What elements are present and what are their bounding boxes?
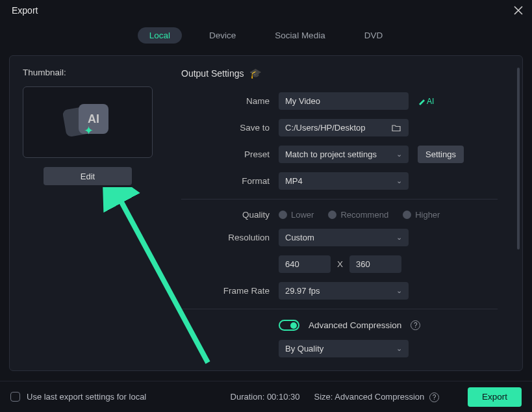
size-readout: Size: Advanced Compression ? — [314, 392, 439, 402]
chevron-down-icon: ⌄ — [396, 287, 402, 295]
chevron-down-icon: ⌄ — [396, 150, 402, 159]
saveto-input[interactable] — [279, 119, 409, 136]
preset-settings-button[interactable]: Settings — [418, 146, 464, 163]
help-icon[interactable]: ? — [429, 393, 439, 402]
tab-device[interactable]: Device — [197, 27, 247, 44]
tab-local[interactable]: Local — [138, 27, 182, 44]
format-label: Format — [181, 176, 279, 186]
chevron-down-icon: ⌄ — [396, 233, 402, 242]
quality-lower-radio[interactable]: Lower — [279, 210, 314, 220]
divider — [181, 309, 498, 309]
name-label: Name — [181, 96, 279, 106]
close-icon[interactable] — [514, 6, 523, 15]
tutorial-icon[interactable]: 🎓 — [249, 68, 262, 79]
chevron-down-icon: ⌄ — [396, 344, 402, 353]
name-input[interactable] — [279, 92, 409, 110]
tab-dvd[interactable]: DVD — [353, 27, 395, 44]
quality-label: Quality — [181, 210, 279, 220]
use-last-settings-checkbox[interactable] — [10, 392, 20, 402]
quality-higher-radio[interactable]: Higher — [403, 210, 440, 220]
help-icon[interactable]: ? — [411, 320, 420, 330]
output-settings-header: Output Settings — [181, 68, 244, 79]
quality-recommend-radio[interactable]: Recommend — [328, 210, 388, 220]
divider — [181, 199, 498, 200]
preset-label: Preset — [181, 149, 279, 159]
ai-thumbnail-icon: AI ✦ — [64, 104, 111, 140]
scrollbar[interactable] — [517, 68, 520, 250]
use-last-settings-label: Use last export settings for local — [27, 392, 146, 402]
framerate-select[interactable]: 29.97 fps ⌄ — [279, 282, 409, 300]
tab-social-media[interactable]: Social Media — [263, 27, 336, 44]
resolution-label: Resolution — [181, 233, 279, 242]
x-separator: X — [337, 259, 343, 269]
chevron-down-icon: ⌄ — [396, 177, 402, 185]
width-input[interactable] — [279, 255, 331, 273]
resolution-select[interactable]: Custom ⌄ — [279, 229, 409, 246]
compression-mode-select[interactable]: By Quality ⌄ — [279, 340, 409, 357]
framerate-label: Frame Rate — [181, 286, 279, 296]
export-tabs: Local Device Social Media DVD — [0, 19, 532, 55]
thumbnail-preview: AI ✦ — [23, 86, 153, 158]
export-button[interactable]: Export — [468, 387, 522, 407]
format-select[interactable]: MP4 ⌄ — [279, 172, 409, 190]
adv-compression-toggle[interactable] — [279, 320, 299, 331]
thumbnail-label: Thumbnail: — [23, 68, 162, 77]
adv-compression-label: Advanced Compression — [309, 320, 401, 330]
window-title: Export — [12, 5, 38, 16]
height-input[interactable] — [349, 255, 401, 273]
saveto-label: Save to — [181, 123, 279, 133]
ai-name-button[interactable]: AI — [418, 97, 434, 106]
edit-thumbnail-button[interactable]: Edit — [44, 167, 132, 185]
duration-readout: Duration: 00:10:30 — [231, 392, 300, 402]
preset-select[interactable]: Match to project settings ⌄ — [279, 146, 409, 163]
